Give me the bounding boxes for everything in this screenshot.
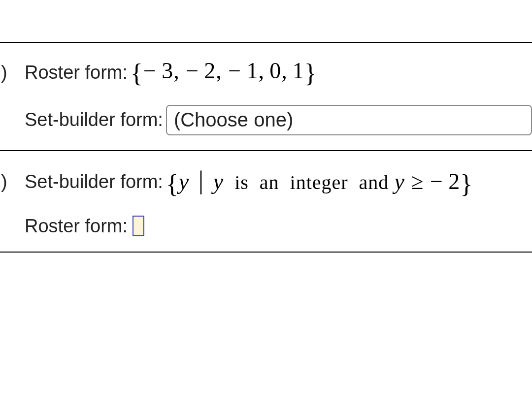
setbuilder-label: Set-builder form: bbox=[25, 109, 163, 130]
roster-label-b: Roster form: bbox=[25, 216, 128, 237]
part-a-setbuilder-row: Set-builder form: (Choose one) bbox=[0, 105, 532, 135]
top-spacer bbox=[0, 0, 532, 42]
var-y-2: y bbox=[213, 169, 224, 194]
setbuilder-expression: {y | y is an integer and y ≥ − 2} bbox=[166, 166, 473, 198]
dropdown-placeholder: (Choose one) bbox=[174, 109, 293, 131]
var-y-3: y bbox=[394, 169, 404, 194]
such-that-pipe: | bbox=[196, 166, 207, 194]
part-a-section: ) Roster form: {− 3, − 2, − 1, 0, 1} Set… bbox=[0, 42, 532, 150]
part-b-setbuilder-row: ) Set-builder form: {y | y is an integer… bbox=[0, 166, 532, 198]
setbuilder-dropdown[interactable]: (Choose one) bbox=[166, 105, 532, 135]
condition-text: is an integer and bbox=[224, 171, 394, 193]
var-y-1: y bbox=[179, 169, 189, 194]
part-b-roster-row: Roster form: bbox=[0, 216, 532, 237]
part-a-marker: ) bbox=[0, 62, 25, 83]
part-a-roster-row: ) Roster form: {− 3, − 2, − 1, 0, 1} bbox=[0, 58, 532, 88]
worksheet-container: ) Roster form: {− 3, − 2, − 1, 0, 1} Set… bbox=[0, 0, 532, 413]
roster-input-box[interactable] bbox=[133, 216, 144, 236]
close-brace: } bbox=[460, 170, 473, 198]
roster-label: Roster form: bbox=[25, 62, 128, 83]
part-b-marker: ) bbox=[0, 171, 25, 192]
part-b-section: ) Set-builder form: {y | y is an integer… bbox=[0, 150, 532, 253]
open-brace: { bbox=[166, 170, 179, 198]
roster-set-value: {− 3, − 2, − 1, 0, 1} bbox=[131, 58, 317, 88]
geq-condition: ≥ − 2 bbox=[405, 169, 460, 194]
setbuilder-label-b: Set-builder form: bbox=[25, 171, 163, 192]
